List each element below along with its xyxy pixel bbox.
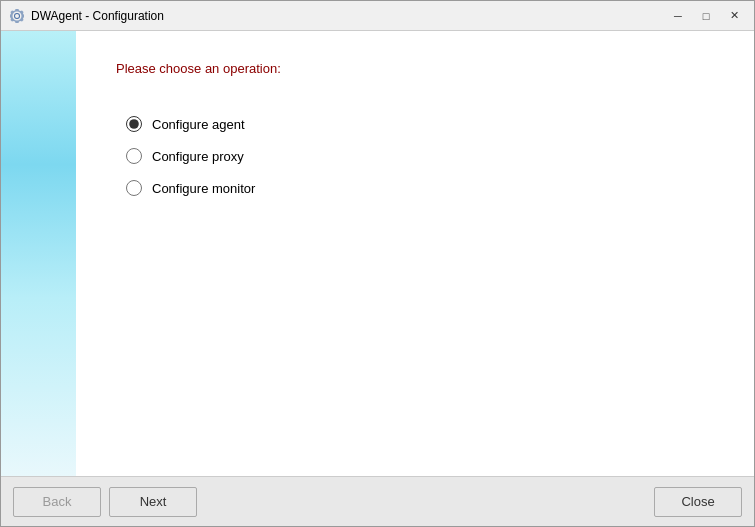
maximize-button[interactable]: □ (694, 6, 718, 26)
radio-configure-proxy[interactable] (126, 148, 142, 164)
radio-label-proxy: Configure proxy (152, 149, 244, 164)
minimize-button[interactable]: ─ (666, 6, 690, 26)
window-title: DWAgent - Configuration (31, 9, 666, 23)
next-button[interactable]: Next (109, 487, 197, 517)
close-window-button[interactable]: ✕ (722, 6, 746, 26)
footer: Back Next Close (1, 476, 754, 526)
radio-label-monitor: Configure monitor (152, 181, 255, 196)
app-icon (9, 8, 25, 24)
radio-configure-agent[interactable] (126, 116, 142, 132)
radio-group: Configure agent Configure proxy Configur… (126, 116, 714, 196)
radio-configure-monitor[interactable] (126, 180, 142, 196)
radio-item-proxy[interactable]: Configure proxy (126, 148, 714, 164)
window-controls: ─ □ ✕ (666, 6, 746, 26)
radio-item-agent[interactable]: Configure agent (126, 116, 714, 132)
radio-item-monitor[interactable]: Configure monitor (126, 180, 714, 196)
main-content: Please choose an operation: Configure ag… (76, 31, 754, 476)
content-area: Please choose an operation: Configure ag… (1, 31, 754, 476)
title-bar: DWAgent - Configuration ─ □ ✕ (1, 1, 754, 31)
back-button[interactable]: Back (13, 487, 101, 517)
left-panel (1, 31, 76, 476)
prompt-text: Please choose an operation: (116, 61, 714, 76)
main-window: DWAgent - Configuration ─ □ ✕ Please cho… (0, 0, 755, 527)
close-button[interactable]: Close (654, 487, 742, 517)
radio-label-agent: Configure agent (152, 117, 245, 132)
